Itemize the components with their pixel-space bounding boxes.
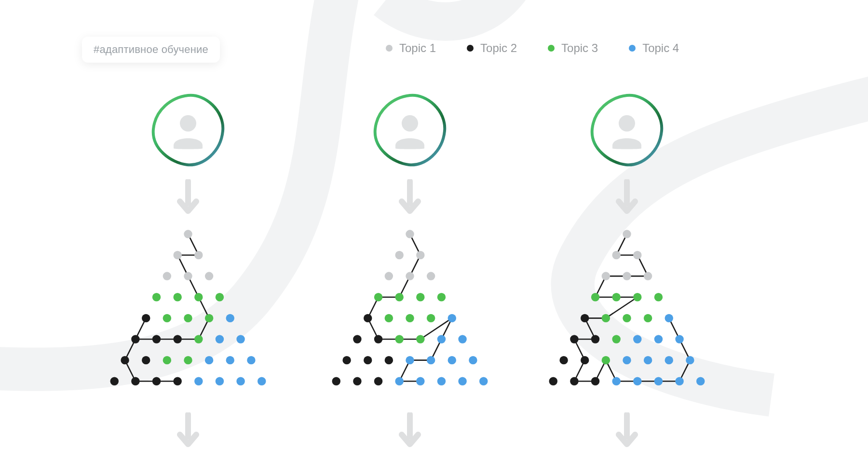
learning-path-tree (294, 219, 526, 402)
svg-point-105 (644, 356, 652, 364)
arrow-down-icon (177, 179, 199, 214)
svg-point-10 (194, 293, 203, 301)
svg-point-11 (216, 293, 224, 301)
learner-avatar (371, 92, 448, 169)
svg-point-57 (374, 335, 382, 343)
svg-point-20 (194, 335, 203, 343)
legend-dot-icon (629, 45, 636, 52)
svg-point-8 (152, 293, 161, 301)
svg-point-24 (142, 356, 150, 364)
svg-point-12 (142, 314, 150, 322)
svg-point-96 (591, 335, 599, 343)
svg-point-90 (581, 314, 589, 322)
svg-point-56 (353, 335, 361, 343)
svg-point-9 (173, 293, 181, 301)
svg-point-99 (654, 335, 663, 343)
svg-point-46 (427, 272, 435, 280)
svg-point-44 (385, 272, 393, 280)
svg-point-114 (675, 377, 683, 385)
svg-point-76 (479, 377, 488, 385)
legend-item-topic2: Topic 2 (467, 41, 517, 55)
svg-point-39 (402, 115, 418, 132)
svg-point-42 (395, 251, 403, 259)
svg-point-0 (180, 115, 196, 132)
svg-point-104 (623, 356, 631, 364)
svg-point-4 (194, 251, 203, 259)
svg-point-111 (612, 377, 620, 385)
learning-path-tree (72, 219, 304, 402)
svg-point-14 (184, 314, 192, 322)
svg-point-30 (110, 377, 119, 385)
svg-point-101 (559, 356, 568, 364)
learning-path-tree (511, 219, 743, 402)
svg-point-94 (665, 314, 673, 322)
svg-point-75 (458, 377, 466, 385)
svg-point-62 (342, 356, 351, 364)
svg-point-32 (152, 377, 161, 385)
svg-point-107 (686, 356, 694, 364)
svg-point-70 (353, 377, 361, 385)
svg-point-82 (633, 251, 641, 259)
svg-point-113 (654, 377, 663, 385)
svg-point-54 (427, 314, 435, 322)
learner-column-1 (72, 92, 304, 452)
svg-point-112 (633, 377, 641, 385)
svg-point-67 (448, 356, 456, 364)
svg-point-35 (216, 377, 224, 385)
svg-point-86 (591, 293, 599, 301)
legend-dot-icon (467, 45, 474, 52)
svg-point-100 (675, 335, 683, 343)
svg-point-52 (385, 314, 393, 322)
learner-avatar (588, 92, 665, 169)
svg-point-80 (623, 230, 631, 238)
svg-point-102 (581, 356, 589, 364)
svg-point-74 (437, 377, 446, 385)
svg-point-91 (602, 314, 610, 322)
svg-point-110 (591, 377, 599, 385)
svg-point-89 (654, 293, 663, 301)
svg-point-28 (226, 356, 234, 364)
svg-point-87 (612, 293, 620, 301)
legend-item-topic4: Topic 4 (629, 41, 679, 55)
learner-column-2 (294, 92, 526, 452)
svg-point-83 (602, 272, 610, 280)
svg-point-48 (395, 293, 403, 301)
svg-point-16 (226, 314, 234, 322)
svg-point-3 (173, 251, 181, 259)
svg-point-58 (395, 335, 403, 343)
svg-point-15 (205, 314, 213, 322)
svg-point-55 (448, 314, 456, 322)
svg-point-21 (216, 335, 224, 343)
svg-point-73 (416, 377, 424, 385)
svg-point-36 (236, 377, 244, 385)
svg-point-29 (247, 356, 255, 364)
svg-point-18 (152, 335, 161, 343)
arrow-down-icon (616, 179, 638, 214)
svg-point-2 (184, 230, 192, 238)
legend-label: Topic 2 (480, 41, 517, 55)
legend-dot-icon (386, 45, 393, 52)
svg-point-49 (416, 293, 424, 301)
svg-point-108 (549, 377, 557, 385)
legend-dot-icon (548, 45, 555, 52)
svg-point-31 (131, 377, 139, 385)
arrow-down-icon (616, 412, 638, 447)
svg-point-50 (437, 293, 446, 301)
svg-point-5 (163, 272, 171, 280)
svg-point-68 (469, 356, 477, 364)
legend-label: Topic 1 (399, 41, 436, 55)
svg-point-72 (395, 377, 403, 385)
svg-point-103 (602, 356, 610, 364)
arrow-down-icon (399, 412, 421, 447)
legend-label: Topic 4 (642, 41, 679, 55)
svg-point-61 (458, 335, 466, 343)
svg-point-64 (385, 356, 393, 364)
svg-point-23 (121, 356, 129, 364)
svg-point-19 (173, 335, 181, 343)
svg-point-41 (406, 230, 414, 238)
svg-point-98 (633, 335, 641, 343)
svg-point-25 (163, 356, 171, 364)
hashtag-chip: #адаптивное обучение (82, 37, 220, 63)
svg-point-53 (406, 314, 414, 322)
svg-point-78 (619, 115, 635, 132)
